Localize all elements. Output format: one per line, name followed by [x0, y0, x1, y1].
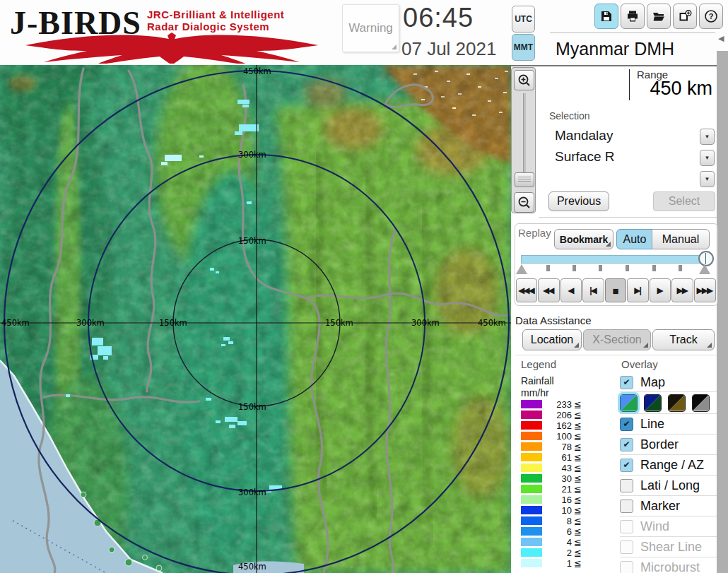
play-backward-button[interactable]: ◀	[560, 278, 582, 302]
bookmark-button[interactable]: Bookmark	[554, 229, 613, 249]
zoom-out-button[interactable]	[514, 192, 534, 213]
legend-swatch	[521, 516, 542, 525]
checkbox-checked-icon[interactable]: ✔	[620, 418, 633, 431]
legend-swatch	[521, 442, 542, 451]
svg-text:150km: 150km	[159, 318, 187, 328]
range-value: 450 km	[621, 78, 712, 100]
overlay-item-lati-long[interactable]: Lati / Long	[620, 475, 717, 495]
radar-site-dropdown-value[interactable]: Mandalay	[555, 128, 613, 143]
overlay-item-wind: Wind	[620, 516, 717, 536]
print-icon	[626, 9, 640, 23]
checkbox-disabled-icon	[620, 540, 633, 554]
overlay-item-border[interactable]: ✔ Border	[620, 434, 717, 454]
product-dropdown-button[interactable]: ▼	[700, 150, 715, 166]
svg-text:300km: 300km	[411, 318, 440, 328]
panel-collapse-arrow-icon[interactable]: ◀	[718, 34, 724, 43]
checkbox-unchecked-icon[interactable]	[620, 500, 633, 513]
step-backward-button[interactable]: |◀	[582, 278, 604, 302]
xsection-button[interactable]: X-Section	[583, 329, 651, 350]
legend-row: 100≦	[521, 432, 613, 440]
overlay-item-line[interactable]: ✔ Line	[620, 413, 717, 434]
overlay-item-marker[interactable]: Marker	[620, 495, 717, 516]
legend-row: 4≦	[521, 538, 613, 546]
data-assistance-label: Data Assistance	[515, 314, 592, 326]
radar-map-display[interactable]: 450km 300km 150km 150km 300km 450km 450k…	[0, 65, 511, 573]
legend-row: 21≦	[521, 485, 613, 493]
location-button[interactable]: Location	[522, 329, 582, 350]
legend-row: 206≦	[521, 410, 613, 419]
checkbox-checked-icon[interactable]: ✔	[620, 459, 633, 472]
slider-tick	[573, 265, 576, 271]
chevron-down-icon: ▼	[705, 176, 710, 182]
map-style-swatch-4[interactable]	[692, 394, 710, 412]
chevron-down-icon: ▼	[705, 155, 710, 161]
fast-rewind-button[interactable]: ◀◀	[538, 278, 560, 302]
capture-image-button[interactable]	[673, 4, 697, 29]
legend-unit: Rainfall mm/hr	[521, 375, 554, 399]
playback-controls: ◀◀◀ ◀◀ ◀ |◀ ■ ▶| ▶ ▶▶ ▶▶▶	[515, 278, 716, 302]
fast-forward-button[interactable]: ▶▶	[671, 278, 693, 302]
map-style-swatch-2[interactable]	[644, 394, 662, 412]
svg-text:150km: 150km	[238, 236, 266, 246]
replay-slider-track[interactable]	[521, 255, 711, 264]
replay-auto-button[interactable]: Auto	[616, 229, 653, 249]
logo-subtitle: JRC-Brilliant & Intelligent Radar Dialog…	[147, 8, 284, 33]
utc-toggle-button[interactable]: UTC	[512, 6, 535, 33]
checkbox-checked-icon[interactable]: ✔	[620, 376, 633, 389]
open-file-button[interactable]	[647, 4, 671, 29]
checkbox-disabled-icon	[620, 561, 633, 573]
clock-date: 07 Jul 2021	[401, 38, 496, 60]
legend-swatch	[521, 548, 542, 557]
legend-row: 78≦	[521, 442, 613, 451]
eagle-logo-icon	[20, 31, 324, 64]
option-dropdown-button[interactable]: ▼	[700, 171, 715, 187]
print-button[interactable]	[621, 4, 645, 29]
stop-button[interactable]: ■	[605, 278, 627, 302]
overlay-panel: ✔ Map ✔ Line ✔	[620, 373, 717, 573]
legend-row: 10≦	[521, 506, 613, 514]
slider-end-marker[interactable]	[699, 264, 710, 274]
replay-label: Replay	[518, 227, 551, 239]
checkbox-unchecked-icon[interactable]	[620, 479, 633, 492]
track-button[interactable]: Track	[652, 329, 715, 350]
mmt-toggle-button[interactable]: MMT	[512, 34, 535, 61]
zoom-in-icon	[517, 73, 532, 88]
save-button[interactable]	[594, 4, 618, 29]
radar-site-dropdown-button[interactable]: ▼	[700, 129, 715, 145]
legend-swatch	[521, 485, 542, 493]
help-button[interactable]: ?	[699, 4, 723, 29]
overlay-item-range-az[interactable]: ✔ Range / AZ	[620, 454, 717, 475]
selection-label: Selection	[549, 110, 590, 122]
checkbox-checked-icon[interactable]: ✔	[620, 438, 633, 451]
legend-swatch	[521, 559, 542, 567]
legend-row: 43≦	[521, 463, 613, 472]
fastest-rewind-button[interactable]: ◀◀◀	[516, 278, 538, 302]
map-style-swatch-1[interactable]	[620, 394, 638, 412]
legend-swatch	[521, 538, 542, 546]
fastest-forward-button[interactable]: ▶▶▶	[694, 278, 716, 302]
legend-row: 61≦	[521, 453, 613, 461]
zoom-in-button[interactable]	[514, 70, 534, 90]
product-dropdown-value[interactable]: Surface R	[555, 149, 614, 165]
jbirds-window: J-BIRDS JRC-Brilliant & Intelligent Rada…	[0, 0, 728, 573]
legend-swatch	[521, 421, 542, 430]
zoom-slider-track[interactable]	[523, 93, 526, 175]
overlay-item-map[interactable]: ✔ Map	[620, 373, 717, 391]
play-forward-button[interactable]: ▶	[650, 278, 671, 302]
slider-start-marker[interactable]	[516, 264, 527, 274]
legend-row: 16≦	[521, 495, 613, 504]
legend-row: 8≦	[521, 516, 613, 525]
replay-manual-button[interactable]: Manual	[652, 229, 710, 249]
zoom-slider-handle[interactable]	[515, 172, 534, 187]
checkbox-disabled-icon	[620, 520, 633, 533]
map-style-swatch-3[interactable]	[668, 394, 686, 412]
step-forward-button[interactable]: ▶|	[627, 278, 649, 302]
legend-row: 233≦	[521, 400, 613, 408]
previous-button[interactable]: Previous	[548, 191, 609, 211]
legend-swatch	[521, 527, 542, 536]
select-button[interactable]: Select	[653, 191, 715, 211]
warning-button[interactable]: Warning	[342, 4, 399, 52]
zoom-out-icon	[517, 196, 532, 210]
legend-swatch	[521, 506, 542, 514]
slider-tick	[626, 265, 629, 271]
